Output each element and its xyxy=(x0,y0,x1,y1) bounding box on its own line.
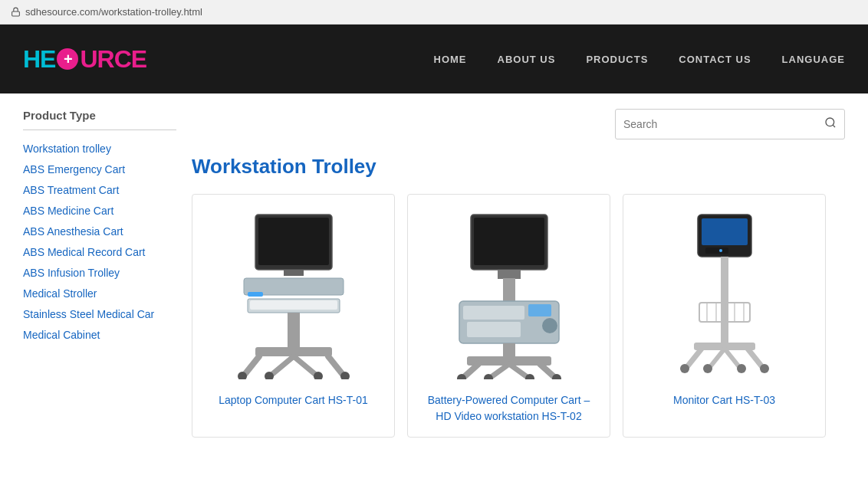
svg-line-33 xyxy=(490,364,509,378)
search-input[interactable] xyxy=(623,118,824,130)
svg-line-53 xyxy=(748,349,763,368)
navbar: HE+URCE HOME ABOUT US PRODUCTS CONTACT U… xyxy=(0,25,868,93)
sidebar-item-medical-stroller[interactable]: Medical Stroller xyxy=(23,286,176,302)
product-image-1 xyxy=(205,207,382,383)
svg-point-57 xyxy=(760,364,769,373)
sidebar-item-abs-anesthesia-cart[interactable]: ABS Anesthesia Cart xyxy=(23,224,176,240)
product-card-1[interactable]: Laptop Computer Cart HS-T-01 xyxy=(192,194,395,438)
svg-rect-41 xyxy=(705,248,728,254)
svg-rect-4 xyxy=(258,218,329,265)
sidebar-item-abs-emergency-cart[interactable]: ABS Emergency Cart xyxy=(23,162,176,178)
svg-point-27 xyxy=(542,318,557,333)
lock-icon xyxy=(11,7,21,17)
nav-products[interactable]: PRODUCTS xyxy=(586,54,648,65)
product-label-2: Battery-Powered Computer Cart – HD Video… xyxy=(420,392,597,425)
svg-rect-5 xyxy=(284,270,304,276)
svg-rect-22 xyxy=(498,270,521,279)
sidebar-item-medical-cabinet[interactable]: Medical Cabinet xyxy=(23,327,176,343)
product-label-3: Monitor Cart HS-T-03 xyxy=(673,392,775,408)
svg-line-55 xyxy=(725,349,740,368)
svg-point-1 xyxy=(826,118,834,126)
svg-rect-25 xyxy=(463,306,524,320)
browser-url: sdhesource.com/workstation-trolley.html xyxy=(25,6,202,18)
logo[interactable]: HE+URCE xyxy=(23,45,146,74)
laptop-cart-illustration xyxy=(213,211,374,379)
svg-rect-43 xyxy=(721,257,728,326)
page-title: Workstation Trolley xyxy=(192,155,845,179)
product-grid: Laptop Computer Cart HS-T-01 xyxy=(192,194,845,438)
nav-contact[interactable]: CONTACT US xyxy=(679,54,751,65)
svg-rect-50 xyxy=(721,322,728,345)
product-image-3 xyxy=(636,207,813,383)
search-wrap xyxy=(192,109,845,139)
svg-point-42 xyxy=(719,249,722,252)
svg-point-56 xyxy=(680,364,689,373)
svg-line-31 xyxy=(463,364,478,378)
svg-line-34 xyxy=(509,364,528,378)
battery-cart-illustration xyxy=(429,211,590,379)
sidebar-item-stainless-steel[interactable]: Stainless Steel Medical Car xyxy=(23,307,176,323)
logo-plus-icon: + xyxy=(57,48,78,70)
sidebar-item-abs-medicine-cart[interactable]: ABS Medicine Cart xyxy=(23,203,176,219)
sidebar-item-abs-infusion-trolley[interactable]: ABS Infusion Trolley xyxy=(23,265,176,281)
svg-line-11 xyxy=(244,356,259,375)
main-container: Product Type Workstation trolley ABS Eme… xyxy=(0,93,868,453)
svg-line-13 xyxy=(271,356,294,375)
svg-line-14 xyxy=(294,356,317,375)
search-bar[interactable] xyxy=(615,109,845,139)
search-icon xyxy=(824,116,837,129)
svg-rect-26 xyxy=(528,304,551,316)
nav-about[interactable]: ABOUT US xyxy=(498,54,556,65)
product-card-2[interactable]: Battery-Powered Computer Cart – HD Video… xyxy=(407,194,610,438)
nav-home[interactable]: HOME xyxy=(434,54,467,65)
sidebar-item-abs-treatment-cart[interactable]: ABS Treatment Cart xyxy=(23,182,176,198)
content-area: Workstation Trolley xyxy=(192,109,845,438)
product-image-2 xyxy=(421,207,597,383)
svg-line-12 xyxy=(328,356,344,375)
sidebar-item-workstation-trolley[interactable]: Workstation trolley xyxy=(23,141,176,157)
nav-language[interactable]: LANGUAGE xyxy=(782,54,845,65)
svg-rect-8 xyxy=(250,300,337,310)
nav-links: HOME ABOUT US PRODUCTS CONTACT US LANGUA… xyxy=(434,54,846,65)
svg-line-52 xyxy=(686,349,702,368)
sidebar-title: Product Type xyxy=(23,109,176,122)
svg-rect-0 xyxy=(12,11,20,16)
svg-rect-40 xyxy=(702,218,748,245)
product-card-3[interactable]: Monitor Cart HS-T-03 xyxy=(623,194,826,438)
svg-rect-19 xyxy=(248,292,263,297)
monitor-cart-illustration xyxy=(644,211,805,379)
sidebar-item-abs-medical-record-cart[interactable]: ABS Medical Record Cart xyxy=(23,244,176,261)
browser-bar: sdhesource.com/workstation-trolley.html xyxy=(0,0,868,25)
product-label-1: Laptop Computer Cart HS-T-01 xyxy=(219,392,368,408)
svg-rect-28 xyxy=(467,322,521,337)
logo-urce: URCE xyxy=(80,45,146,74)
svg-line-2 xyxy=(833,125,835,127)
sidebar: Product Type Workstation trolley ABS Eme… xyxy=(23,109,176,438)
svg-rect-21 xyxy=(474,218,544,265)
svg-point-59 xyxy=(737,364,746,373)
sidebar-divider xyxy=(23,130,176,130)
svg-rect-9 xyxy=(288,313,300,351)
logo-he: HE xyxy=(23,45,55,74)
svg-point-58 xyxy=(703,364,712,373)
search-button[interactable] xyxy=(824,116,837,132)
svg-line-32 xyxy=(540,364,555,378)
svg-rect-23 xyxy=(503,278,515,301)
svg-line-54 xyxy=(709,349,725,368)
